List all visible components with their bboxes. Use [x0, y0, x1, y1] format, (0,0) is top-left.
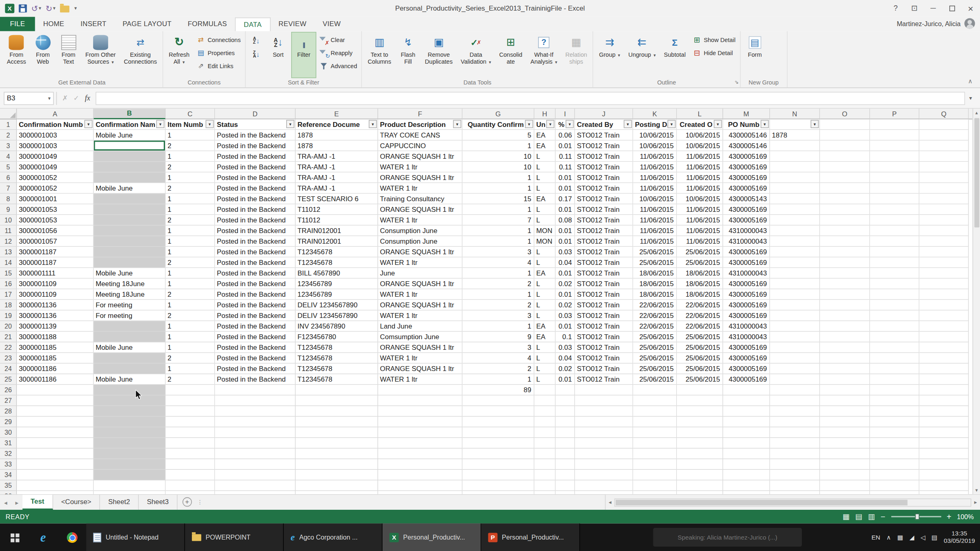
cell-L32[interactable]: [677, 449, 723, 459]
cell-B29[interactable]: [94, 417, 166, 427]
cell-C5[interactable]: 2: [166, 162, 215, 172]
cell-D36[interactable]: [215, 491, 296, 494]
cell-Q10[interactable]: [920, 215, 969, 226]
cell-L21[interactable]: 25/06/2015: [677, 332, 723, 342]
cell-J9[interactable]: STO012 Train: [575, 204, 633, 215]
cell-Q15[interactable]: [920, 268, 969, 279]
cell-H29[interactable]: [535, 417, 556, 427]
cell-A34[interactable]: [17, 470, 94, 480]
cell-E36[interactable]: [296, 491, 378, 494]
cell-K20[interactable]: 22/06/2015: [633, 321, 677, 332]
cell-D9[interactable]: Posted in the Backend: [215, 204, 296, 215]
row-header-4[interactable]: 4: [0, 151, 17, 162]
column-header-A[interactable]: A: [17, 109, 94, 119]
cell-K16[interactable]: 18/06/2015: [633, 279, 677, 289]
cell-K30[interactable]: [633, 427, 677, 438]
cell-C33[interactable]: [166, 459, 215, 470]
scroll-up-icon[interactable]: ▴: [975, 109, 978, 117]
column-header-J[interactable]: J: [575, 109, 633, 119]
cell-P13[interactable]: [870, 247, 920, 258]
cell-B12[interactable]: [94, 236, 166, 247]
cell-B19[interactable]: For meeting: [94, 311, 166, 321]
cell-N31[interactable]: [770, 438, 820, 449]
cell-N9[interactable]: [770, 204, 820, 215]
cell-C4[interactable]: 1: [166, 151, 215, 162]
cell-D15[interactable]: Posted in the Backend: [215, 268, 296, 279]
cell-G24[interactable]: 2: [463, 364, 535, 374]
cell-P30[interactable]: [870, 427, 920, 438]
column-header-M[interactable]: M: [723, 109, 770, 119]
cell-M36[interactable]: [723, 491, 770, 494]
account-avatar[interactable]: [964, 18, 975, 29]
cell-Q22[interactable]: [920, 342, 969, 353]
cell-J6[interactable]: STO012 Train: [575, 172, 633, 183]
dialog-launcher-icon[interactable]: ⇘: [735, 79, 739, 85]
tray-network-icon[interactable]: ◢: [909, 534, 914, 541]
cell-O27[interactable]: [820, 395, 870, 406]
cell-D32[interactable]: [215, 449, 296, 459]
cell-D26[interactable]: [215, 385, 296, 395]
ribbon-tab-page-layout[interactable]: PAGE LAYOUT: [114, 17, 179, 31]
cell-F3[interactable]: CAPPUCCINO: [378, 140, 463, 151]
cell-P28[interactable]: [870, 406, 920, 417]
cell-M33[interactable]: [723, 459, 770, 470]
cell-Q8[interactable]: [920, 193, 969, 204]
cell-B36[interactable]: [94, 491, 166, 494]
cell-K27[interactable]: [633, 395, 677, 406]
cell-I13[interactable]: 0.03: [556, 247, 575, 258]
cell-Q19[interactable]: [920, 311, 969, 321]
row-header-2[interactable]: 2: [0, 130, 17, 140]
cell-D12[interactable]: Posted in the Backend: [215, 236, 296, 247]
cell-M2[interactable]: 4300005146: [723, 130, 770, 140]
cell-H35[interactable]: [535, 480, 556, 491]
dropdown-icon[interactable]: ▾: [39, 4, 41, 12]
cell-C35[interactable]: [166, 480, 215, 491]
cell-Q5[interactable]: [920, 162, 969, 172]
filter-dropdown-H[interactable]: ▾: [546, 120, 555, 128]
cell-D6[interactable]: Posted in the Backend: [215, 172, 296, 183]
cell-H3[interactable]: EA: [535, 140, 556, 151]
cell-K10[interactable]: 11/06/2015: [633, 215, 677, 226]
cell-G18[interactable]: 2: [463, 300, 535, 311]
cell-J33[interactable]: [575, 459, 633, 470]
cell-Q11[interactable]: [920, 226, 969, 236]
cell-H24[interactable]: L: [535, 364, 556, 374]
cell-Q34[interactable]: [920, 470, 969, 480]
cell-G16[interactable]: 2: [463, 279, 535, 289]
cell-L33[interactable]: [677, 459, 723, 470]
scroll-down-icon[interactable]: ▾: [975, 486, 978, 494]
cell-N12[interactable]: [770, 236, 820, 247]
cell-A35[interactable]: [17, 480, 94, 491]
cell-Q1[interactable]: [920, 119, 969, 130]
cell-D4[interactable]: Posted in the Backend: [215, 151, 296, 162]
cell-N15[interactable]: [770, 268, 820, 279]
cell-I20[interactable]: 0.01: [556, 321, 575, 332]
cell-A25[interactable]: 3000001186: [17, 374, 94, 385]
cell-D28[interactable]: [215, 406, 296, 417]
cell-F33[interactable]: [378, 459, 463, 470]
cell-A12[interactable]: 3000001057: [17, 236, 94, 247]
cell-H14[interactable]: L: [535, 258, 556, 268]
horizontal-scroll-thumb[interactable]: [616, 500, 907, 505]
cell-A27[interactable]: [17, 395, 94, 406]
cell-J11[interactable]: STO012 Train: [575, 226, 633, 236]
cell-I29[interactable]: [556, 417, 575, 427]
cell-K2[interactable]: 10/06/2015: [633, 130, 677, 140]
cell-Q16[interactable]: [920, 279, 969, 289]
cell-K31[interactable]: [633, 438, 677, 449]
cell-J10[interactable]: STO012 Train: [575, 215, 633, 226]
sheet-nav-prev-icon[interactable]: ◂: [0, 495, 11, 510]
expand-formula-bar-icon[interactable]: ▾: [965, 95, 976, 101]
filter-dropdown-C[interactable]: ▾: [206, 120, 214, 128]
cell-O35[interactable]: [820, 480, 870, 491]
row-header-35[interactable]: 35: [0, 480, 17, 491]
cell-L3[interactable]: 10/06/2015: [677, 140, 723, 151]
cell-L30[interactable]: [677, 427, 723, 438]
cell-C29[interactable]: [166, 417, 215, 427]
cell-J1[interactable]: Created By▾: [575, 119, 633, 130]
cell-C6[interactable]: 1: [166, 172, 215, 183]
cell-Q13[interactable]: [920, 247, 969, 258]
row-header-12[interactable]: 12: [0, 236, 17, 247]
cell-D19[interactable]: Posted in the Backend: [215, 311, 296, 321]
row-header-25[interactable]: 25: [0, 374, 17, 385]
